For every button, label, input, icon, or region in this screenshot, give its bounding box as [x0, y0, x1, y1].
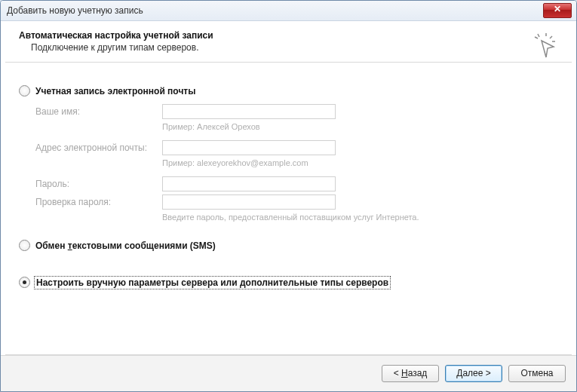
row-password: Пароль:: [35, 176, 558, 191]
email-form: Ваше имя: Пример: Алексей Орехов Адрес э…: [35, 104, 558, 222]
input-email: [162, 140, 336, 155]
hint-email: Пример: alexeyorekhov@example.com: [162, 158, 558, 167]
input-confirm: [162, 194, 336, 210]
option-email-account[interactable]: Учетная запись электронной почты: [19, 85, 558, 96]
option-manual-config[interactable]: Настроить вручную параметры сервера или …: [19, 277, 558, 288]
hint-password: Введите пароль, предоставленный поставщи…: [162, 213, 558, 222]
hint-name: Пример: Алексей Орехов: [162, 122, 558, 131]
input-name: [162, 104, 336, 119]
radio-icon: [19, 240, 30, 251]
option-label: Настроить вручную параметры сервера или …: [35, 277, 389, 288]
label-password: Пароль:: [35, 179, 162, 189]
wizard-body: Учетная запись электронной почты Ваше им…: [5, 70, 572, 355]
close-icon: ✕: [554, 4, 561, 14]
wizard-header: Автоматическая настройка учетной записи …: [5, 21, 572, 63]
input-password: [162, 176, 336, 191]
option-label: Учетная запись электронной почты: [35, 86, 196, 96]
label-email: Адрес электронной почты:: [35, 142, 162, 153]
svg-line-0: [538, 34, 539, 37]
cancel-button[interactable]: Отмена: [508, 365, 566, 382]
window-title: Добавить новую учетную запись: [7, 5, 143, 16]
row-email: Адрес электронной почты:: [35, 140, 558, 155]
label-name: Ваше имя:: [35, 106, 162, 117]
header-subtitle: Подключение к другим типам серверов.: [31, 42, 558, 53]
radio-icon: [19, 85, 30, 96]
svg-line-3: [550, 36, 552, 38]
option-label: Обмен текстовыми сообщениями (SMS): [35, 240, 216, 251]
next-button[interactable]: Далее >: [445, 365, 502, 382]
back-button[interactable]: < Назад: [382, 365, 439, 382]
close-button[interactable]: ✕: [543, 3, 572, 18]
button-row: < Назад Далее > Отмена: [1, 355, 576, 391]
svg-line-1: [535, 37, 538, 38]
header-title: Автоматическая настройка учетной записи: [19, 30, 558, 41]
row-confirm-password: Проверка пароля:: [35, 194, 558, 210]
radio-icon: [19, 277, 30, 288]
label-confirm: Проверка пароля:: [35, 197, 162, 207]
row-name: Ваше имя:: [35, 104, 558, 119]
dialog-window: Добавить новую учетную запись ✕ Автомати…: [0, 0, 577, 392]
option-sms[interactable]: Обмен текстовыми сообщениями (SMS): [19, 240, 558, 251]
titlebar: Добавить новую учетную запись ✕: [1, 1, 576, 21]
cursor-sparkle-icon: [531, 30, 561, 60]
